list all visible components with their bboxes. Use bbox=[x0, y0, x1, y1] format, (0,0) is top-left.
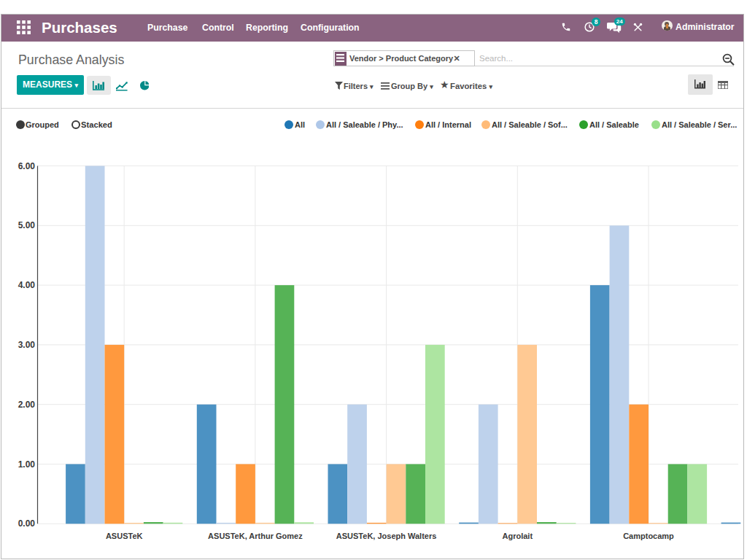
svg-text:0.00: 0.00 bbox=[18, 518, 36, 529]
svg-text:ASUSTeK, Joseph Walters: ASUSTeK, Joseph Walters bbox=[336, 532, 437, 540]
svg-text:Camptocamp: Camptocamp bbox=[623, 532, 674, 540]
svg-text:5.00: 5.00 bbox=[18, 220, 36, 230]
svg-text:4.00: 4.00 bbox=[18, 280, 36, 290]
svg-text:ASUSTeK, Arthur Gomez: ASUSTeK, Arthur Gomez bbox=[208, 532, 303, 540]
svg-text:2.00: 2.00 bbox=[18, 400, 36, 410]
svg-text:ASUSTeK: ASUSTeK bbox=[106, 532, 143, 540]
svg-text:Agrolait: Agrolait bbox=[503, 532, 533, 540]
svg-text:6.00: 6.00 bbox=[18, 161, 36, 171]
svg-text:3.00: 3.00 bbox=[18, 340, 36, 350]
svg-text:1.00: 1.00 bbox=[18, 459, 36, 470]
